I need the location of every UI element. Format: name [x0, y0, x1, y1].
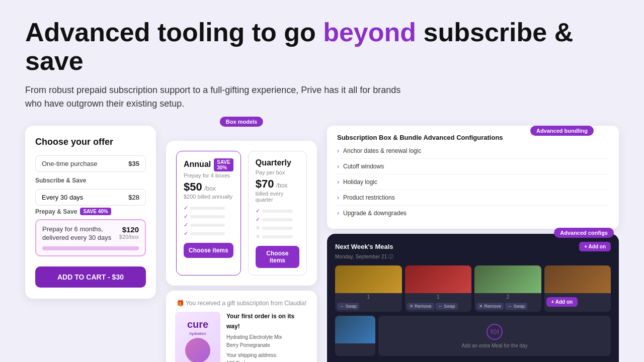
one-time-price: $35 [128, 160, 139, 167]
annual-unit: /box [204, 185, 216, 192]
prepay-description: Prepay for 6 months, delivered every 30 … [42, 225, 119, 242]
meal-swap-btn-3[interactable]: ↔ Swap [505, 303, 527, 310]
config-product-restrictions[interactable]: › Product restrictions [337, 190, 609, 206]
meal-food-image-1 [335, 265, 402, 293]
meal-grid: 1 ↔ Swap 1 ✕ Remove ↔ Swap [335, 265, 611, 312]
one-time-option[interactable]: One-time purchase $35 [35, 155, 146, 172]
subscribe-save-label: Subscribe & Save [35, 177, 146, 184]
meal-planner: Next Week's Meals + Add on Monday, Septe… [327, 234, 619, 362]
add-meal-text: Add an extra Meal for the day [461, 343, 527, 348]
meal-item-5 [335, 316, 375, 356]
gift-shipping-label: Your shipping address: [226, 351, 308, 359]
headline: Advanced tooling to go beyond subscribe … [25, 18, 619, 75]
prepay-per-box: $20/box [119, 234, 139, 240]
config-holiday-logic[interactable]: › Holiday logic [337, 174, 609, 190]
prepay-price: $120 [119, 225, 139, 234]
meal-food-image-2 [405, 265, 472, 293]
box-models-card: Annual SAVE 30% Prepay for 4 boxes $50 /… [166, 141, 317, 286]
advanced-bundling-pill: Advanced bundling [530, 126, 594, 136]
save-badge: SAVE 40% [80, 208, 111, 215]
box-models-pill: Box models [220, 117, 263, 127]
meal-item-3: 2 ✕ Remove ↔ Swap [474, 265, 541, 312]
quarterly-price: $70 [256, 177, 274, 190]
add-on-button[interactable]: + Add on [579, 242, 611, 251]
annual-features: ✓ ✓ ✓ ✓ [184, 205, 233, 237]
quarterly-unit: /box [276, 182, 288, 189]
meal-food-image-3 [474, 265, 541, 293]
annual-plan-name: Annual [184, 160, 211, 169]
one-time-label: One-time purchase [42, 160, 98, 167]
advanced-configs-pill: Advanced configs [554, 228, 614, 238]
offer-card-title: Choose your offer [35, 137, 146, 147]
quarterly-sub: Pay per box [256, 169, 299, 175]
meal-planner-title: Next Week's Meals [335, 243, 393, 250]
quarterly-features: ✓ ✓ ✕ ✕ [256, 208, 299, 240]
headline-highlight: beyond [323, 18, 416, 47]
right-area: Advanced bundling Subscription Box & Bun… [327, 126, 619, 362]
gift-flavor: Berry Pomegranate [226, 341, 308, 349]
quarterly-plan[interactable]: Quarterly Pay per box $70 /box billed ev… [248, 151, 307, 276]
add-to-cart-button[interactable]: ADD TO CART - $30 [35, 266, 146, 288]
meal-date: Monday, September 21 ⓘ [335, 253, 611, 260]
prepay-progress-bar [42, 246, 139, 250]
meal-remove-btn-3[interactable]: ✕ Remove [476, 303, 504, 310]
meal-swap-btn-1[interactable]: ↔ Swap [337, 303, 359, 310]
meal-remove-btn-2[interactable]: ✕ Remove [407, 303, 434, 310]
add-meal-placeholder[interactable]: 🍽 Add an extra Meal for the day [378, 316, 611, 356]
gift-product: Hydrating Electrolyte Mix [226, 333, 308, 341]
meal-food-image-4 [544, 265, 611, 293]
gift-product-image: cure hydration [175, 312, 220, 362]
gift-title: Your first order is on its way! [226, 312, 308, 331]
meal-item-4: + Add on [544, 265, 611, 312]
annual-plan[interactable]: Annual SAVE 30% Prepay for 4 boxes $50 /… [176, 151, 241, 276]
headline-before: Advanced tooling to go [25, 18, 323, 47]
every-days-text: Every 30 days [42, 194, 83, 201]
offer-card: Choose your offer One-time purchase $35 … [25, 126, 156, 299]
config-panel: Subscription Box & Bundle Advanced Confi… [327, 126, 619, 229]
annual-save-badge: SAVE 30% [214, 158, 233, 171]
gift-card: 🎁 You received a gift subscription from … [166, 291, 317, 362]
meal-swap-btn-2[interactable]: ↔ Swap [436, 303, 458, 310]
annual-billed: $200 billed annually [184, 194, 233, 200]
quarterly-plan-name: Quarterly [256, 158, 291, 167]
meal-food-image-5 [335, 316, 375, 343]
config-cutoff-windows[interactable]: › Cutoff windows [337, 159, 609, 174]
config-upgrade-downgrades[interactable]: › Upgrade & downgrades [337, 206, 609, 221]
meal-item-1: 1 ↔ Swap [335, 265, 402, 312]
annual-sub: Prepay for 4 boxes [184, 172, 233, 178]
content-area: Choose your offer One-time purchase $35 … [25, 126, 619, 362]
gift-header: 🎁 You received a gift subscription from … [175, 300, 308, 307]
meal-item-2: 1 ✕ Remove ↔ Swap [405, 265, 472, 312]
annual-choose-button[interactable]: Choose items [184, 243, 233, 258]
plans-row: Annual SAVE 30% Prepay for 4 boxes $50 /… [176, 151, 307, 276]
config-anchor-dates[interactable]: › Anchor dates & renewal logic [337, 143, 609, 159]
annual-price: $50 [184, 180, 202, 193]
prepay-save-header: Prepay & Save SAVE 40% [35, 208, 146, 215]
quarterly-billed: billed every quarter [256, 191, 299, 203]
add-meal-icon: 🍽 [487, 324, 503, 340]
prepay-box[interactable]: Prepay for 6 months, delivered every 30 … [35, 219, 146, 256]
quarterly-choose-button[interactable]: Choose items [256, 246, 299, 268]
meal-add-btn-4[interactable]: + Add on [546, 297, 578, 307]
subscribe-price: $28 [128, 194, 139, 201]
subheadline: From robust prepaid subscription support… [25, 83, 418, 111]
gift-address: 123 ParkNew York, NY [226, 359, 308, 362]
every-days-row[interactable]: Every 30 days $28 [35, 189, 146, 206]
